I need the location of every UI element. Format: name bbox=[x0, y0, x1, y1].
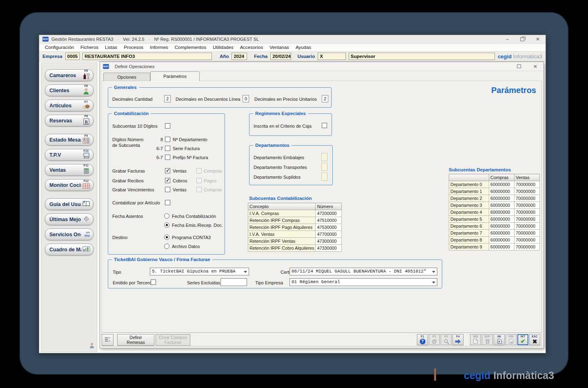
sidebar-item-monitor-cocina[interactable]: Monitor Cocin F12 bbox=[45, 179, 94, 191]
sidebar-item-clientes[interactable]: Clientes F6 bbox=[45, 84, 94, 96]
numero-cell[interactable]: 47300000 bbox=[316, 238, 342, 245]
departamento-suplidos-field[interactable] bbox=[321, 173, 327, 181]
menu-item[interactable]: Listas bbox=[102, 45, 120, 50]
sidebar-item-reservas[interactable]: Reservas F8 R bbox=[45, 115, 94, 126]
sidebar-item-guia-usuario[interactable]: Guía del Usua bbox=[45, 198, 94, 210]
ventas-cell[interactable]: 70000000 bbox=[514, 195, 540, 202]
ventas-cell[interactable]: 70000000 bbox=[514, 223, 540, 230]
ano-field[interactable]: 2024 bbox=[232, 53, 247, 60]
ventas-cell[interactable]: 70000000 bbox=[514, 188, 540, 195]
sidebar-item-servicios-online[interactable]: Servicios On- online bbox=[45, 228, 94, 240]
numero-cell[interactable]: 47700000 bbox=[316, 231, 342, 238]
ventas-cell[interactable]: 70000000 bbox=[514, 230, 540, 237]
next-button[interactable]: F4 bbox=[452, 334, 463, 345]
menu-item[interactable]: Ficheros bbox=[77, 45, 102, 50]
decimales-cantidad-field[interactable]: 2 bbox=[164, 95, 171, 102]
contabilizar-articulo-checkbox[interactable] bbox=[165, 200, 170, 205]
sidebar-item-tpv[interactable]: T.P.V F10 bbox=[45, 149, 94, 161]
cancel-button[interactable]: ESC ✖ bbox=[529, 334, 540, 345]
menu-item[interactable]: Accesorios bbox=[237, 45, 266, 50]
menu-item[interactable]: Configuración bbox=[42, 45, 77, 50]
decimales-descuentos-field[interactable]: 0 bbox=[243, 95, 249, 102]
numero-cell[interactable]: 47510000 bbox=[316, 217, 342, 224]
menu-item[interactable]: Ayudas bbox=[292, 45, 314, 50]
recibos-cobros-checkbox[interactable] bbox=[165, 178, 170, 183]
help-button[interactable]: F1 ? bbox=[417, 334, 428, 345]
fecha-emision-label: Fecha Emis./Recep. Doc. bbox=[172, 223, 223, 228]
ventas-cell[interactable]: 70000000 bbox=[514, 237, 540, 244]
compras-cell[interactable]: 60000000 bbox=[489, 230, 514, 237]
vencimientos-ventas-checkbox[interactable] bbox=[165, 187, 170, 192]
menu-item[interactable]: Ventanas bbox=[266, 45, 292, 50]
fecha-contabilizacion-radio[interactable] bbox=[164, 213, 169, 219]
minimize-icon[interactable]: – bbox=[506, 37, 509, 42]
generales-fieldset: Generales Decimales Cantidad 2 Decimales… bbox=[108, 87, 332, 108]
ventas-cell[interactable]: 70000000 bbox=[514, 216, 540, 223]
criterio-caja-checkbox[interactable] bbox=[322, 123, 327, 128]
usuario-code-field[interactable]: X bbox=[318, 53, 346, 60]
archivo-datos-radio[interactable] bbox=[164, 244, 169, 249]
dialog-close-icon[interactable]: ✕ bbox=[533, 64, 537, 69]
ventas-cell[interactable]: 70000000 bbox=[514, 244, 540, 251]
tab-parametros[interactable]: Parámetros bbox=[150, 71, 200, 81]
sidebar-item-estado-mesas[interactable]: Estado Mesas F9 bbox=[45, 134, 94, 146]
numero-cell[interactable]: 47200000 bbox=[316, 210, 342, 217]
sidebar-item-cuadro-mandos[interactable]: Cuadro de Ma bbox=[45, 244, 94, 255]
num-departamento-checkbox[interactable] bbox=[165, 137, 170, 142]
compras-cell[interactable]: 60000000 bbox=[489, 244, 514, 251]
compras-cell[interactable]: 60000000 bbox=[489, 195, 514, 202]
fecha-field[interactable]: 20/02/24 bbox=[270, 53, 291, 60]
series-excluidas-input[interactable] bbox=[220, 278, 247, 286]
user-guide-icon bbox=[82, 201, 90, 208]
empresa-code-field[interactable]: 0005 bbox=[65, 53, 80, 60]
compras-cell[interactable]: 60000000 bbox=[489, 202, 514, 209]
pos-icon bbox=[82, 153, 90, 160]
serie-factura-checkbox[interactable] bbox=[165, 146, 170, 151]
ticketbai-fieldset: TicketBAI Gobierno Vasco / Firma Factura… bbox=[108, 259, 442, 288]
programa-conta3-radio[interactable] bbox=[164, 235, 169, 240]
certificado-dropdown[interactable]: 06/11/24 MIQUEL GASULL BUENAVENTURA - DN… bbox=[290, 268, 437, 275]
departamento-transportes-field[interactable] bbox=[321, 163, 327, 171]
compras-cell[interactable]: 60000000 bbox=[489, 216, 514, 223]
search-icon bbox=[443, 338, 449, 345]
ventas-cell[interactable]: 70000000 bbox=[514, 181, 540, 188]
accept-button[interactable]: INT ✔ bbox=[517, 334, 528, 345]
sidebar-item-ventas[interactable]: Ventas F11 bbox=[45, 164, 94, 176]
subcuentas10-checkbox[interactable] bbox=[165, 123, 170, 129]
departamento-embalajes-field[interactable] bbox=[321, 153, 327, 161]
empresa-name-field[interactable]: RESTAURANTE INFO3 bbox=[82, 53, 212, 60]
compras-cell[interactable]: 60000000 bbox=[489, 188, 514, 195]
at-icon: @ bbox=[432, 339, 437, 344]
menu-item[interactable]: Utilidades bbox=[209, 45, 237, 50]
definir-remesas-button[interactable]: Definir Remesas bbox=[117, 334, 154, 346]
tipo-dropdown[interactable]: 5. TicketBAI Gipuzkoa en PRUEBA bbox=[150, 268, 249, 275]
first-record-button[interactable]: INI bbox=[494, 334, 505, 345]
tipo-empresa-dropdown[interactable]: 01 Régimen General bbox=[290, 278, 437, 286]
compras-cell[interactable]: 60000000 bbox=[489, 209, 514, 216]
restore-icon[interactable] bbox=[520, 38, 524, 41]
facturas-ventas-checkbox[interactable] bbox=[165, 168, 170, 173]
compras-cell[interactable]: 60000000 bbox=[489, 181, 514, 188]
numero-cell[interactable]: 47530000 bbox=[316, 224, 342, 231]
remesas-list-icon bbox=[102, 337, 113, 343]
decimales-precios-field[interactable]: 2 bbox=[322, 95, 328, 102]
compras-cell[interactable]: 60000000 bbox=[489, 237, 514, 244]
close-icon[interactable]: ✕ bbox=[536, 37, 540, 42]
prefijo-factura-checkbox[interactable] bbox=[165, 155, 170, 160]
maximize-icon[interactable] bbox=[517, 64, 521, 68]
fecha-emision-radio[interactable] bbox=[164, 222, 169, 228]
ventas-cell[interactable]: 70000000 bbox=[514, 209, 540, 216]
numero-cell[interactable]: 47330000 bbox=[316, 245, 342, 252]
sidebar-item-camareros[interactable]: Camareros F5 bbox=[45, 69, 94, 81]
menu-item[interactable]: Procesos bbox=[120, 45, 147, 50]
remesas-list-button[interactable] bbox=[102, 334, 114, 346]
articles-icon bbox=[82, 104, 90, 110]
compras-cell[interactable]: 60000000 bbox=[489, 223, 514, 230]
tab-opciones[interactable]: Opciones bbox=[103, 73, 150, 81]
sidebar-item-ultimas-mejoras[interactable]: Últimas Mejo bbox=[45, 213, 94, 225]
menu-item[interactable]: Informes bbox=[147, 45, 172, 50]
ventas-cell[interactable]: 70000000 bbox=[514, 202, 540, 209]
emitido-terceros-checkbox[interactable] bbox=[151, 279, 156, 285]
sidebar-item-articulos[interactable]: Artículos F7 bbox=[45, 100, 94, 111]
menu-item[interactable]: Complementos bbox=[172, 45, 209, 50]
